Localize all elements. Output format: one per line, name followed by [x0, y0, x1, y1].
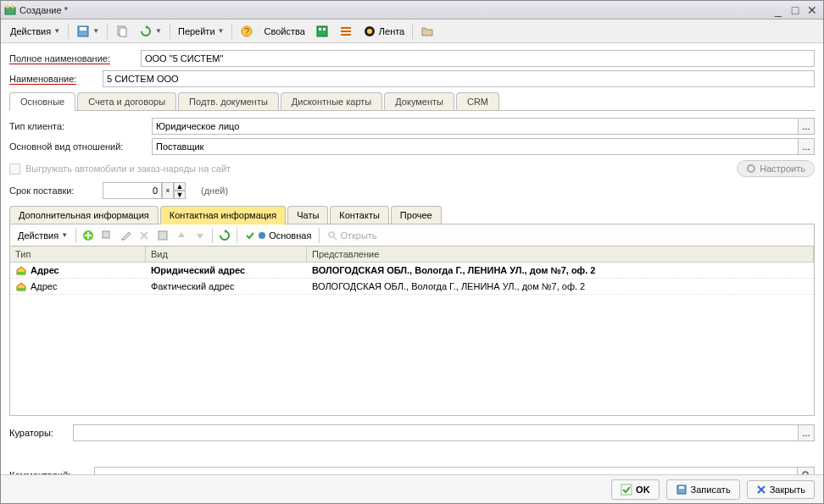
- name-input[interactable]: [103, 70, 815, 87]
- table-body[interactable]: Адрес Юридический адрес ВОЛОГОДСКАЯ ОБЛ.…: [10, 263, 814, 415]
- svg-rect-28: [679, 486, 684, 489]
- th-kind[interactable]: Вид: [146, 246, 307, 262]
- open-button[interactable]: Открыть: [323, 226, 381, 245]
- add-icon[interactable]: [80, 227, 97, 244]
- subtab-chats[interactable]: Чаты: [287, 206, 328, 224]
- svg-rect-26: [621, 485, 632, 495]
- subtab-other[interactable]: Прочее: [391, 206, 442, 224]
- curators-picker[interactable]: ...: [798, 424, 815, 441]
- copy-row-icon[interactable]: [98, 227, 115, 244]
- svg-point-1: [6, 5, 9, 8]
- edit-icon[interactable]: [117, 227, 134, 244]
- svg-point-17: [748, 165, 754, 172]
- up-icon[interactable]: [173, 227, 190, 244]
- cell-repr: ВОЛОГОДСКАЯ ОБЛ., Вологда Г., ЛЕНИНА УЛ.…: [307, 263, 814, 278]
- main-addr-label: Основная: [269, 230, 311, 241]
- svg-rect-14: [341, 34, 351, 36]
- svg-point-16: [367, 29, 372, 34]
- main-tabs: Основные Счета и договоры Подтв. докумен…: [9, 92, 815, 111]
- svg-point-21: [259, 232, 265, 239]
- relation-input[interactable]: [152, 138, 798, 155]
- goto-label: Перейти: [178, 26, 215, 36]
- check-icon: [245, 230, 255, 241]
- tool-icon-2[interactable]: [335, 22, 357, 41]
- svg-rect-9: [317, 26, 327, 36]
- refresh-sub-icon[interactable]: [216, 227, 233, 244]
- help-icon-button[interactable]: ?: [236, 22, 258, 41]
- svg-rect-24: [17, 288, 25, 291]
- maximize-button[interactable]: □: [788, 3, 803, 17]
- table-row[interactable]: Адрес Юридический адрес ВОЛОГОДСКАЯ ОБЛ.…: [10, 263, 814, 279]
- folder-icon-button[interactable]: [416, 22, 438, 41]
- upload-label: Выгружать автомобили и заказ-наряды на с…: [25, 163, 231, 174]
- dropdown-arrow-icon: ▼: [53, 27, 60, 35]
- save-button[interactable]: Записать: [666, 479, 740, 500]
- dropdown-arrow-icon: ▼: [218, 27, 225, 35]
- subtab-extra[interactable]: Дополнительная информация: [9, 206, 159, 224]
- ok-button[interactable]: OK: [611, 479, 660, 500]
- copy-icon-button[interactable]: [111, 22, 133, 41]
- tab-crm[interactable]: CRM: [456, 92, 499, 110]
- client-type-picker[interactable]: ...: [798, 118, 815, 135]
- main-addr-button[interactable]: Основная: [241, 226, 315, 245]
- configure-button[interactable]: Настроить: [737, 160, 815, 177]
- tab-documents[interactable]: Документы: [384, 92, 454, 110]
- close-button[interactable]: ✕: [805, 3, 820, 17]
- cell-type: Адрес: [31, 281, 58, 291]
- delete-icon[interactable]: [136, 227, 153, 244]
- cell-repr: ВОЛОГОДСКАЯ ОБЛ., Вологда Г., ЛЕНИНА УЛ.…: [307, 279, 814, 294]
- curators-label: Кураторы:: [9, 428, 73, 438]
- sub-toolbar: Действия ▼ Основная Открыть: [9, 224, 815, 246]
- sub-actions-menu[interactable]: Действия ▼: [14, 226, 72, 245]
- relation-label: Основной вид отношений:: [9, 141, 152, 152]
- delivery-input[interactable]: [103, 182, 162, 199]
- full-name-label: Полное наименование:: [9, 53, 141, 64]
- save-icon-button[interactable]: ▼: [72, 22, 103, 41]
- cell-kind: Фактический адрес: [146, 279, 307, 294]
- client-type-label: Тип клиента:: [9, 121, 152, 131]
- search-icon: [327, 230, 337, 241]
- svg-rect-13: [341, 30, 351, 32]
- delivery-clear[interactable]: ×: [162, 182, 174, 199]
- table-row[interactable]: Адрес Фактический адрес ВОЛОГОДСКАЯ ОБЛ.…: [10, 279, 814, 295]
- tab-discount[interactable]: Дисконтные карты: [281, 92, 382, 110]
- tab-confirm-docs[interactable]: Подтв. документы: [178, 92, 279, 110]
- tab-accounts[interactable]: Счета и договоры: [77, 92, 176, 110]
- delivery-down[interactable]: ▼: [174, 191, 186, 199]
- feed-button[interactable]: Лента: [359, 22, 409, 41]
- subtab-contact[interactable]: Контактная информация: [160, 206, 286, 224]
- down-icon[interactable]: [192, 227, 209, 244]
- main-toolbar: Действия ▼ ▼ ▼ Перейти ▼ ? Свойства Лент…: [1, 19, 823, 43]
- th-type[interactable]: Тип: [10, 246, 146, 262]
- subtab-contacts[interactable]: Контакты: [330, 206, 389, 224]
- svg-rect-4: [80, 27, 86, 30]
- grid-icon[interactable]: [154, 227, 171, 244]
- close-icon: [756, 485, 766, 495]
- goto-menu[interactable]: Перейти ▼: [174, 22, 229, 41]
- properties-label: Свойства: [264, 26, 304, 36]
- client-type-input[interactable]: [152, 118, 798, 135]
- footer: OK Записать Закрыть: [1, 474, 823, 503]
- close-footer-button[interactable]: Закрыть: [747, 480, 815, 499]
- configure-label: Настроить: [760, 163, 805, 174]
- upload-checkbox[interactable]: [9, 163, 20, 174]
- relation-picker[interactable]: ...: [798, 138, 815, 155]
- actions-menu[interactable]: Действия ▼: [6, 22, 64, 41]
- tool-icon-1[interactable]: [311, 22, 333, 41]
- svg-point-22: [329, 232, 334, 237]
- minimize-button[interactable]: _: [771, 3, 786, 17]
- open-label: Открыть: [340, 230, 376, 241]
- full-name-input[interactable]: [141, 50, 815, 67]
- curators-input[interactable]: [73, 424, 798, 441]
- tab-main[interactable]: Основные: [9, 92, 75, 111]
- properties-button[interactable]: Свойства: [259, 22, 309, 41]
- refresh-icon-button[interactable]: ▼: [135, 22, 166, 41]
- cell-type: Адрес: [31, 265, 59, 275]
- svg-rect-0: [5, 8, 15, 14]
- th-repr[interactable]: Представление: [307, 246, 814, 262]
- delivery-up[interactable]: ▲: [174, 182, 186, 191]
- app-icon: [4, 4, 16, 16]
- sub-tabs: Дополнительная информация Контактная инф…: [9, 206, 815, 224]
- ok-label: OK: [636, 485, 650, 495]
- days-label: (дней): [201, 186, 228, 196]
